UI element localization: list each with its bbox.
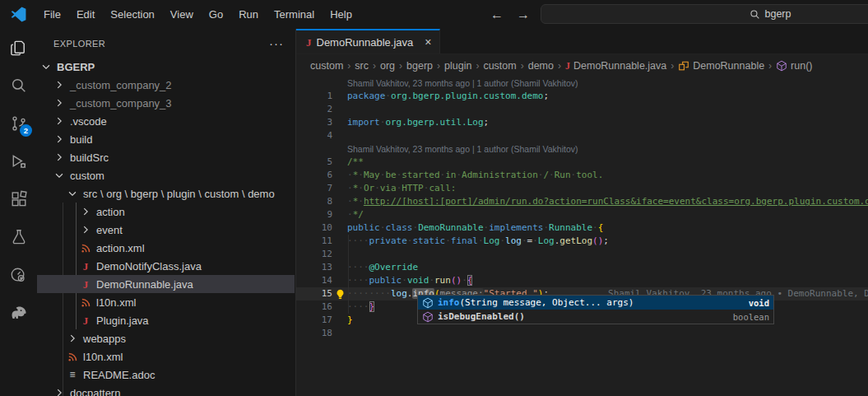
code-line-3[interactable]: 3import·org.bgerp.util.Log; <box>296 116 868 129</box>
line-number-8: 8 <box>296 195 332 208</box>
activity-bar-item-run-and-debug[interactable] <box>0 142 37 180</box>
line-number-7: 7 <box>296 182 332 195</box>
sidebar-item-src-org-bgerp-plugin-custom-demo[interactable]: src \ org \ bgerp \ plugin \ custom \ de… <box>37 184 295 203</box>
menu-item-view[interactable]: View <box>163 5 201 24</box>
tree-item-label: DemoRunnable.java <box>96 278 193 291</box>
breadcrumb-separator-icon: › <box>399 60 402 72</box>
sidebar-item-l10n-xml[interactable]: l10n.xml <box>37 347 295 366</box>
sidebar-item-readme-adoc[interactable]: ≡README.adoc <box>37 366 295 384</box>
tree-item-label: _custom_company_2 <box>70 79 172 91</box>
sidebar-item-l10n-xml[interactable]: l10n.xml <box>37 293 295 311</box>
activity-bar-item-tool-circle[interactable] <box>0 256 37 294</box>
breadcrumb-item-run[interactable]: run() <box>776 60 812 72</box>
code-line-14[interactable]: 14····public·void·run()·{ <box>296 274 868 287</box>
breadcrumb-item-src[interactable]: src <box>355 60 369 72</box>
breadcrumb-label: plugin <box>444 60 471 72</box>
sidebar-item-plugin-java[interactable]: JPlugin.java <box>37 311 295 329</box>
sidebar-item-demorunnable-java[interactable]: JDemoRunnable.java <box>37 275 295 293</box>
activity-bar-item-explorer[interactable] <box>0 29 37 67</box>
close-icon[interactable]: × <box>425 36 431 48</box>
menu-item-file[interactable]: File <box>36 5 68 24</box>
breadcrumb-item-demo[interactable]: demo <box>528 60 554 72</box>
nav-back-button[interactable]: ← <box>490 7 504 22</box>
code-line-content: ·*·Or·via·HTTP·call: <box>347 182 868 195</box>
menu-bar: FileEditSelectionViewGoRunTerminalHelp <box>36 5 360 24</box>
code-line-1[interactable]: 1package·org.bgerp.plugin.custom.demo; <box>296 90 868 103</box>
activity-bar-item-extensions[interactable] <box>0 180 37 218</box>
breadcrumb-item-bgerp[interactable]: bgerp <box>406 60 433 72</box>
breadcrumb-item-plugin[interactable]: plugin <box>444 60 471 72</box>
breadcrumb-item-custom[interactable]: custom <box>310 60 343 72</box>
activity-bar: 2 <box>0 29 37 396</box>
code-line-8[interactable]: 8·*·http://[host]:[port]/admin/run.do?ac… <box>296 195 868 208</box>
sidebar-item-vscode[interactable]: .vscode <box>37 112 295 130</box>
menu-item-terminal[interactable]: Terminal <box>267 5 322 24</box>
sidebar-item-build[interactable]: build <box>37 130 295 148</box>
activity-bar-item-testing[interactable] <box>0 218 37 256</box>
code-line-10[interactable]: 10public·class·DemoRunnable·implements·R… <box>296 221 868 235</box>
tree-item-label: l10n.xml <box>96 296 136 309</box>
menu-item-go[interactable]: Go <box>202 5 230 24</box>
code-line-2[interactable]: 2 <box>296 103 868 116</box>
code-line-12[interactable]: 12 <box>296 248 868 261</box>
code-line-content: ····@Override <box>347 261 868 274</box>
command-center-search[interactable]: bgerp <box>541 4 868 24</box>
sidebar-item-bgerp[interactable]: BGERP <box>37 58 295 76</box>
sidebar-item-action-xml[interactable]: action.xml <box>37 239 295 257</box>
sidebar-item-buildsrc[interactable]: buildSrc <box>37 148 295 166</box>
xml-file-icon <box>79 241 92 254</box>
nav-forward-button[interactable]: → <box>517 7 530 22</box>
menu-item-selection[interactable]: Selection <box>103 5 161 24</box>
lightbulb-icon[interactable] <box>332 289 347 300</box>
code-line-13[interactable]: 13····@Override <box>296 261 868 274</box>
explorer-more-actions-icon[interactable]: ··· <box>269 36 284 50</box>
editor-tab-bar: J DemoRunnable.java × <box>296 29 868 54</box>
breadcrumb-item-custom[interactable]: custom <box>483 60 516 72</box>
menu-item-help[interactable]: Help <box>323 5 360 24</box>
code-line-18[interactable]: 18 <box>296 327 868 340</box>
code-line-content: package·org.bgerp.plugin.custom.demo; <box>347 90 868 103</box>
java-file-icon: J <box>565 61 570 71</box>
code-line-11[interactable]: 11····private·static·final·Log·log·=·Log… <box>296 235 868 248</box>
sidebar-item-event[interactable]: event <box>37 221 295 239</box>
chevron-right-icon <box>66 332 79 345</box>
sidebar-item-custom-company-3[interactable]: _custom_company_3 <box>37 94 295 112</box>
activity-bar-item-search[interactable] <box>0 67 37 105</box>
sidebar-item-docpattern[interactable]: docpattern <box>37 384 295 396</box>
scm-changes-badge: 2 <box>20 124 32 137</box>
git-blame-annotation: Shamil Vakhitov, 23 months ago | 1 autho… <box>296 142 868 156</box>
menu-item-run[interactable]: Run <box>231 5 266 24</box>
tree-item-label: Plugin.java <box>96 314 149 327</box>
breadcrumb-item-demorunnable[interactable]: DemoRunnable <box>678 60 764 72</box>
method-icon <box>421 310 434 324</box>
sidebar-item-webapps[interactable]: webapps <box>37 329 295 347</box>
sidebar-item-custom[interactable]: custom <box>37 166 295 184</box>
tree-item-label: buildSrc <box>70 151 109 164</box>
java-file-icon: J <box>79 314 92 327</box>
menu-item-edit[interactable]: Edit <box>69 5 102 24</box>
vscode-logo-icon <box>11 7 26 22</box>
activity-bar-item-source-control[interactable]: 2 <box>0 105 37 142</box>
breadcrumb-item-demorunnable-java[interactable]: JDemoRunnable.java <box>565 60 666 72</box>
code-editor[interactable]: Shamil Vakhitov, 23 months ago | 1 autho… <box>296 77 868 396</box>
code-line-9[interactable]: 9·*/ <box>296 208 868 221</box>
sidebar-item-custom-company-2[interactable]: _custom_company_2 <box>37 76 295 94</box>
chevron-down-icon <box>39 60 53 73</box>
suggest-row-isdebugenabled[interactable]: isDebugEnabled()boolean <box>418 310 773 324</box>
line-number-12: 12 <box>296 248 332 261</box>
tab-demorunnable-java[interactable]: J DemoRunnable.java × <box>296 29 440 54</box>
tree-item-label: BGERP <box>57 61 95 73</box>
tree-item-label: event <box>96 224 123 236</box>
breadcrumb-item-org[interactable]: org <box>380 60 395 72</box>
code-line-7[interactable]: 7·*·Or·via·HTTP·call: <box>296 182 868 195</box>
sidebar-item-action[interactable]: action <box>37 203 295 221</box>
suggest-row-info-string-message-object-args[interactable]: info(String message, Object... args)void <box>418 296 773 310</box>
code-line-4[interactable]: 4 <box>296 129 868 142</box>
activity-bar-item-gradle[interactable] <box>0 294 37 332</box>
sidebar-item-demonotifyclass-java[interactable]: JDemoNotifyClass.java <box>37 257 295 275</box>
chevron-right-icon <box>53 386 66 396</box>
chevron-right-icon <box>79 205 92 218</box>
breadcrumb-label: custom <box>310 60 343 72</box>
code-line-5[interactable]: 5/** <box>296 156 868 169</box>
code-line-6[interactable]: 6·*·May·be·started·in·Administration·/·R… <box>296 169 868 182</box>
